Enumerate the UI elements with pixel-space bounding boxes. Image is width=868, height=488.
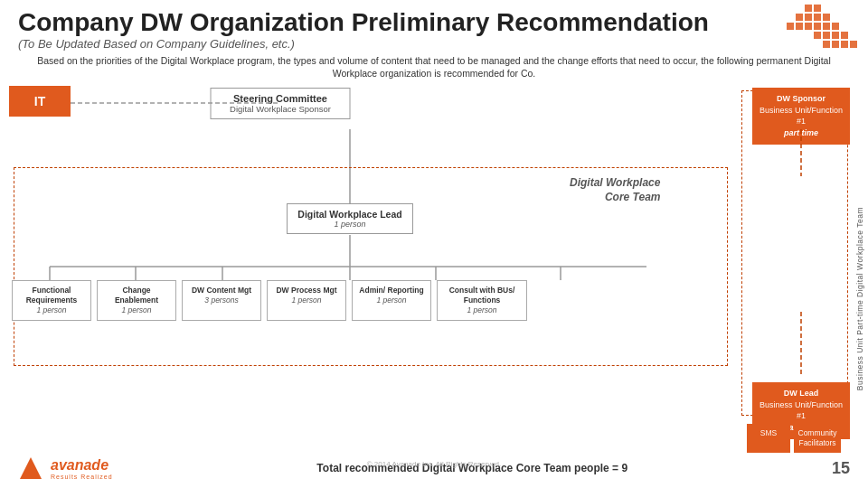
body-subtitle: Based on the priorities of the Digital W… [27,54,841,80]
dw-lead-sub: 1 person [292,220,408,229]
dw-lead-right-line1: DW Lead [756,388,846,399]
core-team-label: Digital Workplace Core Team [570,176,660,204]
svg-rect-3 [805,5,812,12]
svg-rect-14 [832,23,839,30]
connector-lines [0,86,868,429]
sms-box: SMS [747,424,790,453]
header: Company DW Organization Preliminary Reco… [0,0,868,54]
bottom-boxes: Functional Requirements 1 person Change … [12,280,527,321]
svg-rect-5 [805,23,812,30]
decorative-dots [787,5,859,54]
main-area: Business Unit Part-time Digital Workplac… [0,86,868,429]
page-number: 15 [832,459,850,478]
steering-title: Steering Committee [216,93,345,104]
svg-rect-13 [823,41,830,48]
dw-lead-right-line2: Business Unit/Function #1 [756,399,846,422]
rc-bottom-row: SMS Community Facilitators [747,424,841,453]
svg-rect-15 [832,32,839,39]
svg-marker-32 [20,457,42,479]
dw-sponsor-line2: Business Unit/Function #1 [756,105,846,127]
page-subtitle: (To Be Updated Based on Company Guidelin… [18,37,850,51]
box-functional: Functional Requirements 1 person [12,280,91,321]
svg-rect-12 [823,32,830,39]
dw-sponsor-line3: part time [756,127,846,139]
box-consult: Consult with BUs/ Functions 1 person [437,280,527,321]
box-content: DW Content Mgt 3 persons [182,280,261,321]
svg-rect-7 [814,14,821,21]
avanade-logo-icon [18,455,43,481]
avanade-logo-text: avanade Results Realized [51,457,113,480]
svg-rect-8 [814,23,821,30]
svg-rect-1 [796,14,803,21]
svg-rect-0 [787,23,794,30]
vertical-label: Business Unit Part-time Digital Workplac… [852,122,868,474]
page-title: Company DW Organization Preliminary Reco… [18,9,850,37]
copyright: © 2014 Avanade Inc. All Rights Reserved. [367,460,502,468]
svg-rect-10 [823,14,830,21]
dw-sponsor-line1: DW Sponsor [756,93,846,105]
steering-sub: Digital Workplace Sponsor [216,104,345,114]
dw-sponsor-box: DW Sponsor Business Unit/Function #1 par… [752,88,850,144]
svg-rect-19 [850,41,857,48]
svg-rect-9 [814,32,821,39]
svg-rect-6 [814,5,821,12]
svg-rect-4 [805,14,812,21]
box-change: Change Enablement 1 person [97,280,176,321]
svg-rect-18 [841,41,848,48]
community-box: Community Facilitators [794,424,841,453]
svg-rect-17 [841,32,848,39]
dw-lead-box: Digital Workplace Lead 1 person [287,203,413,234]
steering-committee-box: Steering Committee Digital Workplace Spo… [211,88,351,119]
dw-lead-title: Digital Workplace Lead [292,209,408,220]
it-box: IT [9,86,71,117]
svg-rect-11 [823,23,830,30]
box-process: DW Process Mgt 1 person [267,280,346,321]
svg-rect-2 [796,23,803,30]
svg-rect-16 [832,41,839,48]
box-admin-reporting: Admin/ Reporting 1 person [352,280,431,321]
footer-left: avanade Results Realized [18,455,113,481]
